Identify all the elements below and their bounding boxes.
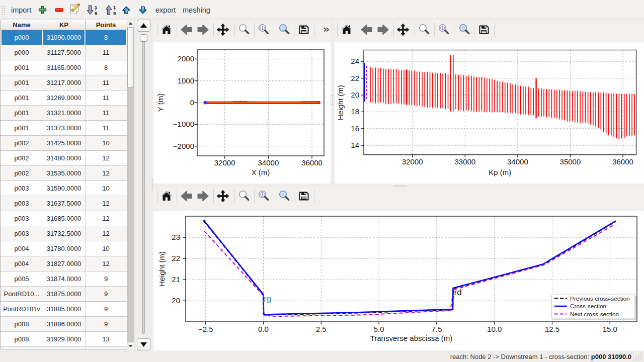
svg-text:Transverse abscissa (m): Transverse abscissa (m) xyxy=(370,334,453,342)
svg-text:−1000: −1000 xyxy=(173,120,194,128)
svg-text:9: 9 xyxy=(113,11,116,16)
svg-text:12.5: 12.5 xyxy=(545,325,559,333)
svg-text:2000: 2000 xyxy=(178,54,194,63)
svg-text:22: 22 xyxy=(351,74,359,82)
svg-text:1: 1 xyxy=(95,5,98,10)
svg-text:18: 18 xyxy=(351,107,359,116)
svg-text:34000: 34000 xyxy=(507,157,528,166)
svg-text:20: 20 xyxy=(351,90,359,99)
svg-text:0.0: 0.0 xyxy=(258,325,269,333)
svg-text:14: 14 xyxy=(351,141,359,149)
svg-text:−2000: −2000 xyxy=(173,142,194,150)
svg-text:Height (m): Height (m) xyxy=(157,251,166,287)
svg-text:32000: 32000 xyxy=(402,157,423,166)
svg-text:34000: 34000 xyxy=(258,158,279,167)
svg-text:35000: 35000 xyxy=(560,157,581,166)
svg-text:Height (m): Height (m) xyxy=(336,85,345,120)
svg-text:Y (m): Y (m) xyxy=(156,94,165,112)
svg-text:1000: 1000 xyxy=(178,76,194,85)
svg-text:36000: 36000 xyxy=(612,157,633,166)
svg-text:1: 1 xyxy=(261,26,264,31)
svg-text:20: 20 xyxy=(172,296,180,305)
svg-text:Cross-section: Cross-section xyxy=(570,303,606,310)
svg-text:10.0: 10.0 xyxy=(487,325,502,333)
svg-text:7.5: 7.5 xyxy=(431,325,442,333)
svg-text:Kp (m): Kp (m) xyxy=(489,168,511,176)
svg-text:Previous cross-section: Previous cross-section xyxy=(570,295,630,302)
svg-text:22: 22 xyxy=(172,254,180,262)
svg-text:Next cross-section: Next cross-section xyxy=(570,311,619,318)
svg-text:15.0: 15.0 xyxy=(603,325,617,333)
svg-text:2.5: 2.5 xyxy=(316,325,327,333)
svg-text:1: 1 xyxy=(441,26,444,31)
svg-text:X (m): X (m) xyxy=(252,168,270,176)
svg-text:33000: 33000 xyxy=(454,157,475,166)
svg-text:9: 9 xyxy=(95,11,97,16)
svg-text:1: 1 xyxy=(261,192,264,197)
svg-text:23: 23 xyxy=(172,233,180,241)
svg-text:5.0: 5.0 xyxy=(374,325,384,333)
svg-text:0: 0 xyxy=(190,98,194,107)
svg-text:32000: 32000 xyxy=(214,158,235,167)
svg-text:1: 1 xyxy=(113,5,116,10)
svg-text:16: 16 xyxy=(351,124,359,133)
svg-text:21: 21 xyxy=(172,275,180,284)
svg-text:rg: rg xyxy=(264,294,271,304)
svg-text:24: 24 xyxy=(351,57,359,65)
svg-text:rd: rd xyxy=(454,288,462,297)
svg-text:−2.5: −2.5 xyxy=(198,325,213,333)
svg-text:36000: 36000 xyxy=(301,158,323,167)
